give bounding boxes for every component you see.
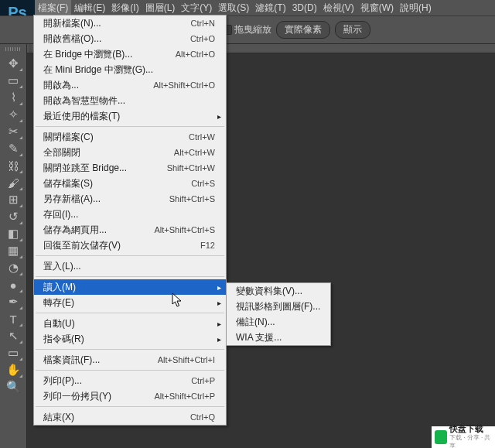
drag-zoom-label: 拖曳縮放 (234, 23, 271, 36)
submenu-arrow-icon: ▸ (217, 335, 221, 344)
eyedropper-tool[interactable]: ✎ (3, 140, 23, 157)
menu-help[interactable]: 說明(H) (397, 0, 435, 16)
submenu-arrow-icon: ▸ (217, 112, 221, 121)
menu-3d[interactable]: 3D(D) (289, 1, 320, 15)
fit-screen-button[interactable]: 顯示 (335, 21, 370, 39)
shape-tool[interactable]: ▭ (3, 344, 23, 361)
tools-grip[interactable] (2, 46, 25, 52)
menu-item-file-info[interactable]: 檔案資訊(F)...Alt+Shift+Ctrl+I (34, 352, 226, 368)
menu-view[interactable]: 檢視(V) (320, 0, 357, 16)
menu-item-open-as[interactable]: 開啟為...Alt+Shift+Ctrl+O (34, 77, 226, 93)
brush-tool[interactable]: 🖌 (3, 174, 23, 191)
menu-item-new[interactable]: 開新檔案(N)...Ctrl+N (34, 15, 226, 31)
gradient-tool[interactable]: ▦ (3, 242, 23, 259)
submenu-item-variable-sets[interactable]: 變數資料集(V)... (227, 283, 330, 299)
watermark-subtitle: 下载 · 分享 · 共享 (449, 433, 492, 449)
menu-item-open-smart[interactable]: 開啟為智慧型物件... (34, 93, 226, 108)
move-tool[interactable]: ✥ (3, 55, 23, 72)
menu-item-import[interactable]: 讀入(M)▸ (34, 279, 226, 295)
menu-item-mini-bridge[interactable]: 在 Mini Bridge 中瀏覽(G)... (34, 62, 226, 77)
submenu-arrow-icon: ▸ (217, 299, 221, 307)
submenu-item-wia[interactable]: WIA 支援... (227, 330, 330, 345)
menu-item-close-bridge[interactable]: 關閉並跳至 Bridge...Shift+Ctrl+W (34, 160, 226, 176)
pen-tool[interactable]: ✒ (3, 293, 23, 310)
lasso-tool[interactable]: ⌇ (3, 89, 23, 106)
submenu-arrow-icon: ▸ (217, 320, 221, 328)
menu-separator (36, 126, 224, 127)
menu-separator (36, 255, 224, 256)
type-tool[interactable]: T (3, 310, 23, 327)
crop-tool[interactable]: ✂ (3, 123, 23, 140)
menu-item-revert[interactable]: 回復至前次儲存(V)F12 (34, 238, 226, 253)
menu-bar: 檔案(F) 編輯(E) 影像(I) 圖層(L) 文字(Y) 選取(S) 濾鏡(T… (0, 0, 495, 15)
blur-tool[interactable]: ◔ (3, 259, 23, 276)
marquee-tool[interactable]: ▭ (3, 72, 23, 89)
menu-item-recent[interactable]: 最近使用的檔案(T)▸ (34, 108, 226, 124)
menu-layer[interactable]: 圖層(L) (142, 0, 179, 16)
watermark-title: 快盘下载 (449, 425, 492, 433)
menu-item-browse-bridge[interactable]: 在 Bridge 中瀏覽(B)...Alt+Ctrl+O (34, 46, 226, 62)
tools-panel: ✥ ▭ ⌇ ✧ ✂ ✎ ⛓ 🖌 ⊞ ↺ ◧ ▦ ◔ ● ✒ T ↖ ▭ ✋ 🔍 (0, 44, 27, 448)
menu-item-close-all[interactable]: 全部關閉Alt+Ctrl+W (34, 145, 226, 160)
menu-item-open[interactable]: 開啟舊檔(O)...Ctrl+O (34, 31, 226, 46)
menu-item-print[interactable]: 列印(P)...Ctrl+P (34, 373, 226, 388)
path-tool[interactable]: ↖ (3, 327, 23, 344)
history-brush-tool[interactable]: ↺ (3, 208, 23, 225)
menu-item-print-one[interactable]: 列印一份拷貝(Y)Alt+Shift+Ctrl+P (34, 388, 226, 404)
menu-item-save-web[interactable]: 儲存為網頁用...Alt+Shift+Ctrl+S (34, 222, 226, 238)
menu-item-automate[interactable]: 自動(U)▸ (34, 316, 226, 331)
menu-separator (36, 370, 224, 371)
eraser-tool[interactable]: ◧ (3, 225, 23, 242)
menu-select[interactable]: 選取(S) (215, 0, 252, 16)
menu-separator (36, 406, 224, 407)
stamp-tool[interactable]: ⊞ (3, 191, 23, 208)
menu-item-close[interactable]: 關閉檔案(C)Ctrl+W (34, 129, 226, 145)
menu-separator (36, 276, 224, 277)
heal-tool[interactable]: ⛓ (3, 157, 23, 174)
actual-pixels-button[interactable]: 實際像素 (276, 21, 330, 39)
menu-filter[interactable]: 濾鏡(T) (252, 0, 288, 16)
menu-item-exit[interactable]: 結束(X)Ctrl+Q (34, 409, 226, 425)
menu-text[interactable]: 文字(Y) (178, 0, 215, 16)
menu-item-save-as[interactable]: 另存新檔(A)...Shift+Ctrl+S (34, 191, 226, 207)
zoom-tool[interactable]: 🔍 (3, 378, 23, 395)
menu-separator (36, 313, 224, 313)
menu-window[interactable]: 視窗(W) (357, 0, 397, 16)
menu-image[interactable]: 影像(I) (108, 0, 142, 16)
watermark-badge: 快盘下载 下载 · 分享 · 共享 (432, 426, 495, 448)
import-submenu: 變數資料集(V)... 視訊影格到圖層(F)... 備註(N)... WIA 支… (226, 282, 331, 346)
menu-item-save[interactable]: 儲存檔案(S)Ctrl+S (34, 176, 226, 191)
dodge-tool[interactable]: ● (3, 276, 23, 293)
hand-tool[interactable]: ✋ (3, 361, 23, 378)
file-menu-dropdown: 開新檔案(N)...Ctrl+N 開啟舊檔(O)...Ctrl+O 在 Brid… (33, 15, 227, 426)
menu-separator (36, 349, 224, 350)
submenu-item-notes[interactable]: 備註(N)... (227, 314, 330, 330)
menu-item-export[interactable]: 轉存(E)▸ (34, 295, 226, 310)
wand-tool[interactable]: ✧ (3, 106, 23, 123)
submenu-arrow-icon: ▸ (217, 283, 221, 292)
watermark-icon (435, 430, 447, 444)
menu-item-scripts[interactable]: 指令碼(R)▸ (34, 331, 226, 347)
menu-item-checkin[interactable]: 存回(I)... (34, 207, 226, 222)
menu-file[interactable]: 檔案(F) (35, 0, 71, 16)
submenu-item-video-frames[interactable]: 視訊影格到圖層(F)... (227, 299, 330, 314)
menu-edit[interactable]: 編輯(E) (71, 0, 108, 16)
menu-item-place[interactable]: 置入(L)... (34, 258, 226, 274)
